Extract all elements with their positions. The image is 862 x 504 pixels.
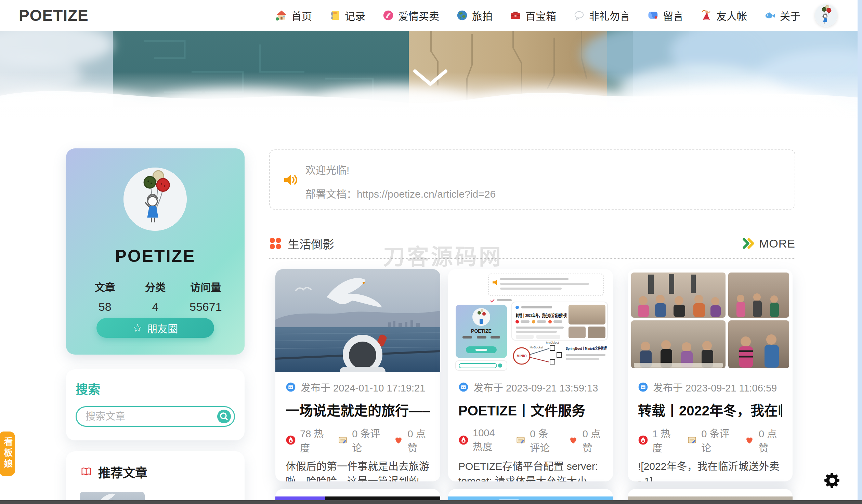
article-excerpt: 休假后的第一件事就是出去旅游啦，哈哈哈，这是一篇迟到的孕中期旅游分享贴… (286, 459, 430, 481)
article-date-row: 发布于 2023-09-21 11:06:59 (638, 380, 782, 394)
nav-label: 百宝箱 (525, 8, 556, 23)
welcome-line-1: 欢迎光临! (305, 165, 496, 175)
like-count: 0 点赞 (408, 426, 430, 454)
main-nav: 首页 记录 爱情买卖 (276, 0, 800, 31)
nav-label: 关于 (780, 8, 800, 23)
section-title: 生活倒影 (288, 235, 334, 252)
profile-stats: 文章 58 分类 4 访问量 55671 (80, 279, 231, 314)
dancer-icon (701, 10, 712, 21)
stat-visits: 访问量 55671 (181, 279, 231, 314)
lipstick-icon (382, 10, 394, 21)
hero-banner (0, 31, 862, 118)
article-card-2[interactable]: POETIZE 转载丨2022年冬，我在临沂城送外卖 (448, 269, 613, 481)
nav-item-treasure-box[interactable]: 百宝箱 (510, 8, 556, 23)
stat-categories: 分类 4 (130, 279, 180, 314)
stat-value: 4 (130, 300, 180, 314)
heat-icon (458, 435, 469, 445)
heat-count: 78 热度 (300, 426, 327, 454)
article-title: 转载丨2022年冬，我在临… (638, 400, 782, 420)
nav-item-messages[interactable]: 留言 (647, 8, 683, 23)
calendar-icon (458, 382, 469, 392)
mini-article-title: 转载丨2022年冬，我在临沂城送外卖 (516, 313, 567, 318)
nav-item-no-rude-words[interactable]: 非礼勿言 (573, 8, 630, 23)
nav-item-about[interactable]: 关于 (764, 8, 800, 23)
calendar-icon (286, 382, 296, 392)
avatar-buttons-illustration (815, 4, 837, 27)
recommend-title-row: 推荐文章 (80, 463, 231, 481)
stat-value: 58 (80, 300, 130, 314)
heat-icon (286, 435, 296, 445)
comment-icon (515, 435, 526, 445)
welcome-notice: 欢迎光临! 部署文档：https://poetize.cn/article?id… (269, 149, 795, 210)
home-icon (276, 10, 287, 21)
profile-avatar (123, 168, 187, 231)
nav-item-travel[interactable]: 旅拍 (456, 8, 493, 23)
page-root: POETIZE 首页 (0, 0, 862, 504)
hero-banner-art (0, 31, 862, 118)
fish-icon (764, 10, 776, 21)
dotted-separator (269, 258, 795, 259)
search-box (76, 406, 235, 427)
like-count: 0 点赞 (759, 426, 782, 454)
mini-diagram-minio-label: MINIO (517, 354, 527, 358)
friends-circle-button[interactable]: ☆ 朋友圈 (96, 318, 214, 338)
stat-value: 55671 (181, 300, 231, 314)
article-body: 发布于 2023-09-21 11:06:59 转载丨2022年冬，我在临… 1… (628, 372, 793, 481)
nav-label: 旅拍 (472, 8, 493, 23)
top-navigation-bar: POETIZE 首页 (0, 0, 862, 31)
calendar-icon (638, 382, 648, 392)
website-screenshot-thumbnail: POETIZE 转载丨2022年冬，我在临沂城送外卖 (448, 269, 613, 372)
nav-item-friends[interactable]: 友人帐 (701, 8, 747, 23)
search-input[interactable] (76, 406, 235, 427)
mini-diagram-bucket-label: MyBucket (530, 346, 543, 349)
double-chevron-icon (742, 238, 756, 249)
article-image-2: POETIZE 转载丨2022年冬，我在临沂城送外卖 (448, 269, 613, 372)
heat-icon (638, 435, 648, 445)
section-header: 生活倒影 MORE (269, 236, 795, 251)
article-date: 发布于 2024-01-10 17:19:21 (301, 380, 425, 394)
photo-collage (628, 269, 793, 372)
like-count: 0 点赞 (583, 426, 603, 454)
like-icon (744, 435, 755, 445)
horizontal-scrollbar[interactable] (0, 500, 862, 504)
nav-item-love-market[interactable]: 爱情买卖 (382, 8, 439, 23)
speaker-icon (282, 172, 298, 188)
recommend-card: 推荐文章 一场说走就走的旅… (66, 451, 245, 504)
article-card-3[interactable]: 发布于 2023-09-21 11:06:59 转载丨2022年冬，我在临… 1… (628, 269, 793, 481)
stat-label: 访问量 (181, 279, 231, 294)
stat-label: 分类 (130, 279, 180, 294)
welcome-line-2: 部署文档：https://poetize.cn/article?id=26 (305, 189, 496, 199)
nav-label: 爱情买卖 (398, 8, 439, 23)
vertical-scrollbar[interactable] (858, 0, 862, 504)
nav-item-home[interactable]: 首页 (276, 8, 312, 23)
profile-name: POETIZE (66, 246, 245, 266)
main-content: 欢迎光临! 部署文档：https://poetize.cn/article?id… (269, 149, 795, 210)
article-excerpt: ![2022年冬，我在临沂城送外卖 - 1] (https://file.poe… (638, 459, 782, 481)
mini-article-title-2: SpringBoot丨Minio&文件管理 (566, 346, 607, 350)
settings-gear-icon[interactable] (824, 472, 841, 489)
comment-count: 0 条评论 (701, 426, 733, 454)
friends-circle-label: 朋友圈 (147, 320, 178, 335)
more-label: MORE (759, 237, 795, 250)
article-card-1[interactable]: 发布于 2024-01-10 17:19:21 一场说走就走的旅行——… 78 … (275, 269, 440, 481)
like-icon (393, 435, 404, 445)
article-stats-row: 1 热度 0 条评论 0 点赞 (638, 426, 782, 454)
heat-count: 1004 热度 (473, 427, 505, 453)
article-date: 发布于 2023-09-21 13:59:13 (473, 380, 598, 394)
heat-count: 1 热度 (652, 426, 676, 454)
search-icon[interactable] (217, 410, 231, 423)
article-title: POETIZE丨文件服务 (458, 400, 603, 420)
like-icon (568, 435, 578, 445)
mascot-tab[interactable]: 看板娘 (0, 432, 15, 476)
nav-item-records[interactable]: 记录 (329, 8, 365, 23)
nav-label: 首页 (291, 8, 312, 23)
seagull-photo (275, 269, 440, 372)
welcome-text: 欢迎光临! 部署文档：https://poetize.cn/article?id… (305, 165, 496, 199)
article-body: 发布于 2023-09-21 13:59:13 POETIZE丨文件服务 100… (448, 372, 613, 481)
user-avatar[interactable] (815, 4, 837, 27)
comment-count: 0 条评论 (530, 426, 557, 454)
site-logo[interactable]: POETIZE (19, 0, 89, 31)
more-link[interactable]: MORE (742, 237, 795, 250)
star-icon: ☆ (133, 322, 143, 333)
avatar-buttons-illustration (123, 168, 187, 231)
